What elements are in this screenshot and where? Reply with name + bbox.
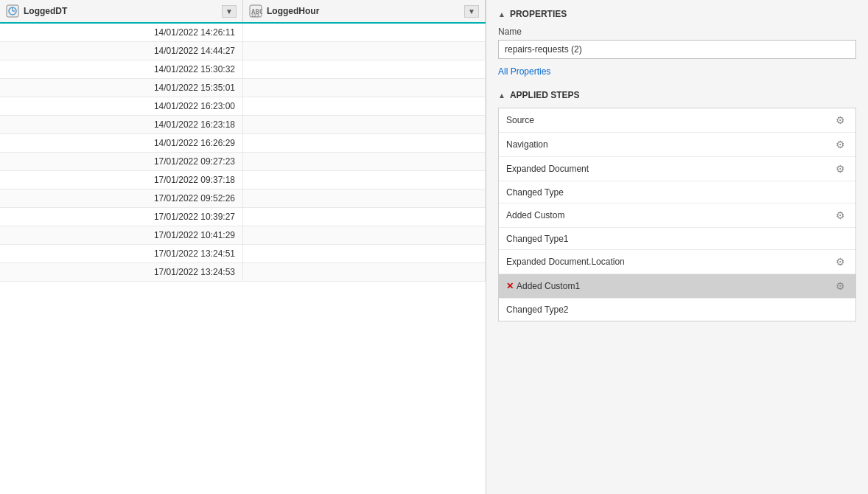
col-dropdown-loggedhour[interactable]: ▼ bbox=[464, 5, 479, 18]
datetime-icon bbox=[6, 4, 19, 18]
cell-loggeddt: 14/01/2022 14:26:11 bbox=[0, 24, 243, 41]
cell-loggedhour bbox=[243, 226, 486, 244]
table-body: 14/01/2022 14:26:1114/01/2022 14:44:2714… bbox=[0, 24, 486, 494]
table-row: 17/01/2022 09:37:18 bbox=[0, 171, 486, 189]
table-row: 17/01/2022 10:41:29 bbox=[0, 226, 486, 245]
table-row: 14/01/2022 14:26:11 bbox=[0, 24, 486, 42]
table-row: 14/01/2022 15:30:32 bbox=[0, 60, 486, 79]
cell-loggeddt: 17/01/2022 09:27:23 bbox=[0, 153, 243, 170]
cell-loggedhour bbox=[243, 134, 486, 152]
step-name-changed-type2: Changed Type2 bbox=[506, 305, 848, 315]
collapse-triangle-steps[interactable]: ▲ bbox=[498, 91, 505, 100]
cell-loggedhour bbox=[243, 42, 486, 60]
step-item-changed-type[interactable]: Changed Type bbox=[499, 181, 855, 203]
collapse-triangle-properties[interactable]: ▲ bbox=[498, 10, 505, 18]
cell-loggeddt: 17/01/2022 10:41:29 bbox=[0, 226, 243, 244]
table-row: 14/01/2022 15:35:01 bbox=[0, 79, 486, 97]
table-row: 17/01/2022 13:24:51 bbox=[0, 245, 486, 263]
cell-loggedhour bbox=[243, 171, 486, 189]
cell-loggeddt: 17/01/2022 10:39:27 bbox=[0, 208, 243, 226]
step-item-changed-type1[interactable]: Changed Type1 bbox=[499, 228, 855, 250]
properties-section-title: ▲ PROPERTIES bbox=[498, 9, 856, 19]
step-name-expanded-document-location: Expanded Document.Location bbox=[506, 257, 833, 267]
table-row: 17/01/2022 09:52:26 bbox=[0, 189, 486, 208]
cell-loggeddt: 17/01/2022 09:52:26 bbox=[0, 189, 243, 207]
cell-loggeddt: 14/01/2022 15:35:01 bbox=[0, 79, 243, 97]
table-row: 14/01/2022 16:23:00 bbox=[0, 97, 486, 116]
cell-loggedhour bbox=[243, 189, 486, 207]
step-name-added-custom: Added Custom bbox=[506, 210, 833, 220]
cell-loggeddt: 14/01/2022 15:30:32 bbox=[0, 60, 243, 78]
step-gear-icon-navigation[interactable]: ⚙ bbox=[833, 137, 848, 152]
cell-loggedhour bbox=[243, 245, 486, 262]
step-name-expanded-document: Expanded Document bbox=[506, 164, 833, 174]
cell-loggedhour bbox=[243, 79, 486, 97]
table-row: 17/01/2022 13:24:53 bbox=[0, 263, 486, 282]
step-item-expanded-document-location[interactable]: Expanded Document.Location⚙ bbox=[499, 250, 855, 274]
cell-loggedhour bbox=[243, 97, 486, 115]
step-gear-icon-expanded-document[interactable]: ⚙ bbox=[833, 161, 848, 176]
step-name-source: Source bbox=[506, 115, 833, 125]
name-input[interactable] bbox=[498, 40, 856, 59]
properties-panel: ▲ PROPERTIES Name All Properties ▲ APPLI… bbox=[486, 0, 868, 494]
applied-steps-section: ▲ APPLIED STEPS Source⚙Navigation⚙Expand… bbox=[498, 90, 856, 321]
svg-text:123: 123 bbox=[251, 13, 259, 18]
cell-loggeddt: 17/01/2022 13:24:53 bbox=[0, 263, 243, 281]
table-row: 17/01/2022 09:27:23 bbox=[0, 153, 486, 171]
step-error-icon: ✕ bbox=[506, 281, 514, 291]
step-name-navigation: Navigation bbox=[506, 139, 833, 150]
cell-loggedhour bbox=[243, 116, 486, 133]
cell-loggeddt: 17/01/2022 09:37:18 bbox=[0, 171, 243, 189]
step-name-added-custom1: Added Custom1 bbox=[517, 281, 833, 291]
step-item-expanded-document[interactable]: Expanded Document⚙ bbox=[499, 157, 855, 181]
cell-loggeddt: 14/01/2022 16:23:00 bbox=[0, 97, 243, 115]
cell-loggedhour bbox=[243, 263, 486, 281]
col-header-loggeddt: LoggedDT ▼ bbox=[0, 0, 243, 22]
col-label-loggedhour: LoggedHour bbox=[267, 6, 319, 16]
cell-loggeddt: 14/01/2022 14:44:27 bbox=[0, 42, 243, 60]
table-header: LoggedDT ▼ ABC 123 LoggedHour ▼ bbox=[0, 0, 486, 24]
step-item-added-custom1[interactable]: ✕Added Custom1⚙ bbox=[499, 274, 855, 299]
col-dropdown-loggeddt[interactable]: ▼ bbox=[222, 5, 237, 18]
step-name-changed-type1: Changed Type1 bbox=[506, 234, 848, 244]
text-icon: ABC 123 bbox=[249, 4, 262, 18]
step-gear-icon-source[interactable]: ⚙ bbox=[833, 113, 848, 128]
table-row: 14/01/2022 16:23:18 bbox=[0, 116, 486, 134]
applied-steps-label: APPLIED STEPS bbox=[510, 90, 580, 100]
step-item-added-custom[interactable]: Added Custom⚙ bbox=[499, 203, 855, 228]
steps-list: Source⚙Navigation⚙Expanded Document⚙Chan… bbox=[498, 108, 856, 321]
table-row: 14/01/2022 14:44:27 bbox=[0, 42, 486, 60]
step-gear-icon-expanded-document-location[interactable]: ⚙ bbox=[833, 254, 848, 269]
step-gear-icon-added-custom1[interactable]: ⚙ bbox=[833, 279, 848, 293]
table-row: 14/01/2022 16:26:29 bbox=[0, 134, 486, 153]
properties-title-label: PROPERTIES bbox=[510, 9, 567, 19]
name-label: Name bbox=[498, 27, 856, 37]
cell-loggedhour bbox=[243, 208, 486, 226]
applied-steps-title: ▲ APPLIED STEPS bbox=[498, 90, 856, 100]
cell-loggeddt: 14/01/2022 16:23:18 bbox=[0, 116, 243, 133]
cell-loggeddt: 14/01/2022 16:26:29 bbox=[0, 134, 243, 152]
step-item-navigation[interactable]: Navigation⚙ bbox=[499, 133, 855, 157]
step-name-changed-type: Changed Type bbox=[506, 187, 848, 198]
table-row: 17/01/2022 10:39:27 bbox=[0, 208, 486, 226]
step-gear-icon-added-custom[interactable]: ⚙ bbox=[833, 208, 848, 223]
all-properties-link[interactable]: All Properties bbox=[498, 66, 856, 77]
cell-loggedhour bbox=[243, 24, 486, 41]
step-item-source[interactable]: Source⚙ bbox=[499, 108, 855, 133]
col-header-loggedhour: ABC 123 LoggedHour ▼ bbox=[243, 0, 486, 22]
cell-loggedhour bbox=[243, 153, 486, 170]
data-table-panel: LoggedDT ▼ ABC 123 LoggedHour ▼ 14/01/20… bbox=[0, 0, 486, 494]
col-label-loggeddt: LoggedDT bbox=[24, 6, 67, 16]
cell-loggedhour bbox=[243, 60, 486, 78]
cell-loggeddt: 17/01/2022 13:24:51 bbox=[0, 245, 243, 262]
step-item-changed-type2[interactable]: Changed Type2 bbox=[499, 299, 855, 321]
